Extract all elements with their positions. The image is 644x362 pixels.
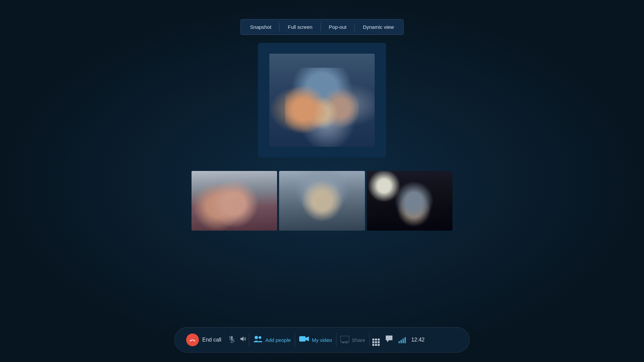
add-people-button[interactable]: Add people [249, 332, 295, 348]
video-svg [299, 335, 309, 343]
top-toolbar: Snapshot Full screen Pop-out Dynamic vie… [240, 19, 404, 35]
main-video [269, 54, 375, 147]
grid-icon [372, 339, 380, 346]
my-video-label: My video [312, 337, 332, 343]
svg-rect-7 [340, 336, 349, 342]
thumbnail-1[interactable] [192, 171, 277, 231]
separator-2 [320, 23, 321, 31]
separator-3 [355, 23, 355, 31]
time-display: 12:42 [409, 337, 427, 343]
chat-button[interactable] [382, 332, 396, 348]
end-call-label: End call [202, 337, 221, 343]
mic-icon [228, 336, 235, 343]
svg-point-5 [259, 336, 261, 339]
share-screen-icon [340, 336, 349, 344]
end-call-icon [186, 334, 199, 346]
signal-button[interactable] [396, 334, 409, 346]
add-people-label: Add people [265, 337, 291, 343]
signal-icon [398, 337, 406, 343]
mute-button[interactable] [226, 334, 237, 347]
video-icon [299, 335, 309, 345]
thumbnails-row [192, 171, 452, 231]
share-label: Share [352, 337, 365, 343]
separator-1 [279, 23, 280, 31]
svg-point-4 [255, 336, 258, 339]
snapshot-button[interactable]: Snapshot [244, 21, 277, 33]
fullscreen-button[interactable]: Full screen [282, 21, 318, 33]
volume-icon [239, 335, 247, 343]
chat-icon [385, 335, 393, 343]
share-button[interactable]: Share [336, 333, 369, 347]
my-video-button[interactable]: My video [295, 333, 336, 347]
call-bar: End call Add people [174, 327, 470, 353]
dynamicview-button[interactable]: Dynamic view [357, 21, 400, 33]
thumbnail-2[interactable] [279, 171, 365, 231]
dialpad-button[interactable] [370, 331, 382, 349]
add-people-icon [253, 335, 263, 345]
thumbnail-3[interactable] [367, 171, 452, 231]
popout-button[interactable]: Pop-out [323, 21, 353, 33]
main-video-container [258, 43, 386, 158]
volume-button[interactable] [237, 333, 249, 347]
end-call-button[interactable]: End call [181, 331, 226, 349]
share-svg [340, 336, 349, 343]
svg-rect-6 [299, 336, 306, 342]
main-video-feed [269, 54, 375, 147]
add-people-svg [253, 335, 263, 343]
